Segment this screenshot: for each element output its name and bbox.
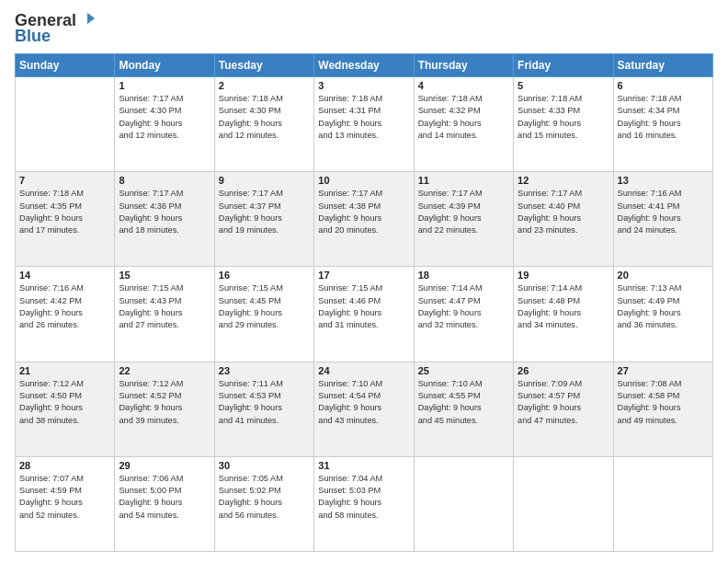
weekday-header: Sunday (16, 54, 115, 77)
day-number: 9 (219, 175, 310, 186)
daylight-minutes: and 23 minutes. (518, 224, 609, 236)
sunrise-text: Sunrise: 7:16 AM (19, 282, 110, 294)
sunset-text: Sunset: 4:32 PM (418, 105, 509, 117)
day-number: 4 (418, 80, 509, 91)
calendar-table: SundayMondayTuesdayWednesdayThursdayFrid… (15, 53, 713, 552)
day-number: 6 (618, 80, 709, 91)
daylight-hours: Daylight: 9 hours (418, 307, 509, 319)
daylight-hours: Daylight: 9 hours (618, 402, 709, 414)
calendar-week-row: 1Sunrise: 7:17 AMSunset: 4:30 PMDaylight… (16, 77, 713, 172)
day-info: Sunrise: 7:18 AMSunset: 4:34 PMDaylight:… (618, 93, 709, 142)
calendar-cell (414, 456, 513, 551)
daylight-hours: Daylight: 9 hours (119, 402, 210, 414)
calendar-week-row: 14Sunrise: 7:16 AMSunset: 4:42 PMDayligh… (16, 267, 713, 362)
daylight-minutes: and 18 minutes. (119, 224, 210, 236)
daylight-hours: Daylight: 9 hours (219, 402, 310, 414)
calendar-cell: 19Sunrise: 7:14 AMSunset: 4:48 PMDayligh… (514, 267, 613, 362)
daylight-hours: Daylight: 9 hours (19, 497, 110, 509)
calendar-cell: 22Sunrise: 7:12 AMSunset: 4:52 PMDayligh… (115, 362, 214, 456)
sunset-text: Sunset: 5:00 PM (119, 485, 210, 497)
calendar-cell: 20Sunrise: 7:13 AMSunset: 4:49 PMDayligh… (613, 267, 712, 362)
calendar-cell: 9Sunrise: 7:17 AMSunset: 4:37 PMDaylight… (214, 172, 313, 267)
calendar-cell: 26Sunrise: 7:09 AMSunset: 4:57 PMDayligh… (514, 362, 613, 456)
daylight-hours: Daylight: 9 hours (119, 497, 210, 509)
daylight-hours: Daylight: 9 hours (19, 307, 110, 319)
sunrise-text: Sunrise: 7:14 AM (418, 282, 509, 294)
day-info: Sunrise: 7:11 AMSunset: 4:53 PMDaylight:… (219, 378, 310, 427)
sunset-text: Sunset: 4:45 PM (219, 295, 310, 307)
day-number: 30 (219, 460, 310, 471)
daylight-minutes: and 38 minutes. (19, 415, 110, 427)
calendar-cell: 15Sunrise: 7:15 AMSunset: 4:43 PMDayligh… (115, 267, 214, 362)
day-info: Sunrise: 7:17 AMSunset: 4:40 PMDaylight:… (518, 188, 609, 236)
weekday-header-row: SundayMondayTuesdayWednesdayThursdayFrid… (16, 54, 713, 77)
calendar-week-row: 7Sunrise: 7:18 AMSunset: 4:35 PMDaylight… (16, 172, 713, 267)
day-info: Sunrise: 7:12 AMSunset: 4:50 PMDaylight:… (19, 378, 110, 427)
day-number: 21 (19, 365, 110, 376)
sunrise-text: Sunrise: 7:18 AM (418, 93, 509, 105)
daylight-minutes: and 54 minutes. (119, 510, 210, 522)
day-info: Sunrise: 7:06 AMSunset: 5:00 PMDaylight:… (119, 473, 210, 522)
daylight-minutes: and 14 minutes. (418, 130, 509, 142)
daylight-hours: Daylight: 9 hours (119, 118, 210, 130)
sunrise-text: Sunrise: 7:15 AM (219, 282, 310, 294)
sunrise-text: Sunrise: 7:12 AM (19, 378, 110, 390)
daylight-minutes: and 19 minutes. (219, 224, 310, 236)
sunrise-text: Sunrise: 7:04 AM (318, 473, 409, 485)
calendar-cell: 12Sunrise: 7:17 AMSunset: 4:40 PMDayligh… (514, 172, 613, 267)
day-info: Sunrise: 7:17 AMSunset: 4:36 PMDaylight:… (119, 188, 210, 236)
sunrise-text: Sunrise: 7:15 AM (318, 282, 409, 294)
day-info: Sunrise: 7:15 AMSunset: 4:46 PMDaylight:… (318, 282, 409, 331)
day-number: 13 (618, 175, 709, 186)
logo-flag-icon (78, 11, 97, 29)
day-number: 2 (219, 80, 310, 91)
day-info: Sunrise: 7:07 AMSunset: 4:59 PMDaylight:… (19, 473, 110, 522)
day-number: 15 (119, 270, 210, 281)
sunset-text: Sunset: 4:41 PM (618, 201, 709, 213)
day-info: Sunrise: 7:16 AMSunset: 4:41 PMDaylight:… (618, 188, 709, 236)
sunset-text: Sunset: 4:42 PM (19, 295, 110, 307)
calendar-week-row: 28Sunrise: 7:07 AMSunset: 4:59 PMDayligh… (16, 456, 713, 551)
daylight-hours: Daylight: 9 hours (518, 402, 609, 414)
calendar-cell: 30Sunrise: 7:05 AMSunset: 5:02 PMDayligh… (214, 456, 313, 551)
sunset-text: Sunset: 4:39 PM (418, 201, 509, 213)
daylight-hours: Daylight: 9 hours (418, 118, 509, 130)
sunrise-text: Sunrise: 7:18 AM (618, 93, 709, 105)
sunrise-text: Sunrise: 7:17 AM (219, 188, 310, 200)
daylight-hours: Daylight: 9 hours (318, 213, 409, 224)
day-info: Sunrise: 7:12 AMSunset: 4:52 PMDaylight:… (119, 378, 210, 427)
day-info: Sunrise: 7:15 AMSunset: 4:43 PMDaylight:… (119, 282, 210, 331)
daylight-minutes: and 29 minutes. (219, 319, 310, 331)
daylight-hours: Daylight: 9 hours (318, 402, 409, 414)
day-number: 26 (518, 365, 609, 376)
daylight-hours: Daylight: 9 hours (219, 213, 310, 224)
sunset-text: Sunset: 4:59 PM (19, 485, 110, 497)
daylight-hours: Daylight: 9 hours (618, 213, 709, 224)
calendar-cell: 18Sunrise: 7:14 AMSunset: 4:47 PMDayligh… (414, 267, 513, 362)
calendar-cell (514, 456, 613, 551)
daylight-minutes: and 16 minutes. (618, 130, 709, 142)
calendar-cell: 27Sunrise: 7:08 AMSunset: 4:58 PMDayligh… (613, 362, 712, 456)
day-number: 27 (618, 365, 709, 376)
daylight-minutes: and 15 minutes. (518, 130, 609, 142)
sunrise-text: Sunrise: 7:17 AM (119, 188, 210, 200)
sunrise-text: Sunrise: 7:12 AM (119, 378, 210, 390)
day-info: Sunrise: 7:17 AMSunset: 4:37 PMDaylight:… (219, 188, 310, 236)
sunset-text: Sunset: 4:40 PM (518, 201, 609, 213)
daylight-hours: Daylight: 9 hours (418, 213, 509, 224)
day-number: 1 (119, 80, 210, 91)
day-info: Sunrise: 7:09 AMSunset: 4:57 PMDaylight:… (518, 378, 609, 427)
day-info: Sunrise: 7:05 AMSunset: 5:02 PMDaylight:… (219, 473, 310, 522)
daylight-minutes: and 20 minutes. (318, 224, 409, 236)
calendar-cell (613, 456, 712, 551)
calendar-cell: 7Sunrise: 7:18 AMSunset: 4:35 PMDaylight… (16, 172, 115, 267)
sunrise-text: Sunrise: 7:17 AM (119, 93, 210, 105)
day-info: Sunrise: 7:18 AMSunset: 4:35 PMDaylight:… (19, 188, 110, 236)
calendar-cell: 17Sunrise: 7:15 AMSunset: 4:46 PMDayligh… (314, 267, 414, 362)
sunrise-text: Sunrise: 7:18 AM (518, 93, 609, 105)
day-number: 14 (19, 270, 110, 281)
calendar-cell: 4Sunrise: 7:18 AMSunset: 4:32 PMDaylight… (414, 77, 513, 172)
sunrise-text: Sunrise: 7:13 AM (618, 282, 709, 294)
day-number: 18 (418, 270, 509, 281)
daylight-hours: Daylight: 9 hours (19, 402, 110, 414)
